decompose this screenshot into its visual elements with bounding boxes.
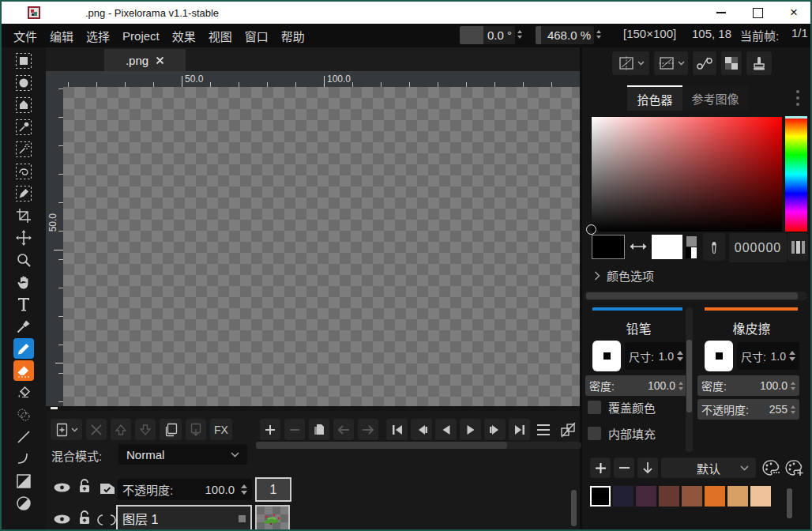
- palette-swatch[interactable]: [750, 486, 771, 507]
- color-picker-tool[interactable]: [13, 316, 35, 337]
- rectangle-tool[interactable]: [13, 471, 35, 491]
- stamp-button[interactable]: [746, 51, 772, 75]
- layer-opacity-spin[interactable]: [241, 484, 247, 495]
- ellipse-select-tool[interactable]: [13, 73, 35, 93]
- curve-tool[interactable]: [13, 449, 35, 469]
- menu-effects[interactable]: 效果: [166, 28, 202, 44]
- add-swatch-button[interactable]: [590, 458, 611, 478]
- layer-lock-icon[interactable]: [77, 477, 92, 496]
- zoom-spinbox[interactable]: 468.0 %: [536, 26, 594, 44]
- layer-fx-button[interactable]: FX: [210, 419, 232, 440]
- edit-palette-button[interactable]: [760, 458, 782, 478]
- hue-slider-thumb[interactable]: [785, 116, 807, 119]
- menu-help[interactable]: 帮助: [275, 28, 311, 44]
- hex-color-input[interactable]: [729, 233, 787, 262]
- clone-frame-button[interactable]: [309, 419, 329, 440]
- timeline-v-scrollbar[interactable]: [571, 490, 577, 526]
- layer-clipping-icon[interactable]: [98, 479, 117, 496]
- saturation-value-box[interactable]: [592, 117, 782, 232]
- right-panel-h-scrollbar[interactable]: [584, 292, 807, 300]
- menu-window[interactable]: 窗口: [239, 28, 275, 44]
- color-mode-button[interactable]: [788, 233, 808, 261]
- layer1-lock-icon[interactable]: [77, 509, 92, 528]
- previous-frame-button[interactable]: [411, 419, 432, 440]
- palette-swatch[interactable]: [682, 486, 702, 507]
- select-by-color-tool[interactable]: [13, 117, 35, 137]
- overwrite-color-checkbox[interactable]: 覆盖颜色: [588, 399, 656, 416]
- layer-visibility-icon[interactable]: [52, 480, 72, 495]
- eraser-size-spinbox[interactable]: 尺寸: 1.0: [737, 342, 799, 370]
- color-options-expander[interactable]: 颜色选项: [594, 267, 654, 284]
- pixel-perfect-button[interactable]: [693, 51, 716, 75]
- text-tool[interactable]: [13, 294, 35, 314]
- move-layer-up-button[interactable]: [111, 419, 131, 440]
- polygon-select-tool[interactable]: [13, 95, 35, 115]
- hue-slider[interactable]: [785, 117, 807, 232]
- sort-palette-button[interactable]: [637, 458, 658, 478]
- layer1-visibility-icon[interactable]: [52, 512, 72, 526]
- layer-opacity-slider[interactable]: 不透明度: 100.0: [118, 479, 252, 500]
- zoom-spin-arrows[interactable]: [596, 30, 601, 39]
- palette-select-dropdown[interactable]: 默认: [661, 458, 756, 478]
- pencil-size-spinbox[interactable]: 尺寸: 1.0: [625, 342, 687, 370]
- timeline-h-scrollbar[interactable]: [256, 442, 581, 449]
- minimize-button[interactable]: [709, 2, 733, 24]
- canvas-h-scrollbar[interactable]: [51, 407, 58, 409]
- eraser-opacity-slider[interactable]: 不透明度: 255: [697, 399, 799, 420]
- menu-select[interactable]: 选择: [80, 28, 116, 44]
- right-color-swatch[interactable]: [652, 235, 682, 259]
- palette-v-scrollbar[interactable]: [787, 488, 792, 518]
- palette-swatch[interactable]: [705, 486, 725, 507]
- new-palette-button[interactable]: [784, 458, 806, 478]
- tab-close-icon[interactable]: [156, 56, 164, 65]
- fill-inside-checkbox[interactable]: 内部填充: [588, 425, 656, 442]
- drawing-canvas[interactable]: [63, 87, 580, 406]
- paint-select-tool[interactable]: [13, 183, 35, 204]
- sv-cursor[interactable]: [586, 224, 596, 235]
- alpha-lock-button[interactable]: [721, 51, 742, 75]
- onion-skinning-icon[interactable]: [559, 421, 577, 439]
- cel-thumbnail[interactable]: [255, 505, 290, 531]
- palette-swatch[interactable]: [727, 486, 748, 507]
- menu-file[interactable]: 文件: [7, 28, 43, 44]
- lasso-tool[interactable]: [13, 161, 35, 182]
- remove-layer-button[interactable]: [86, 419, 107, 440]
- ellipse-tool[interactable]: [13, 493, 35, 514]
- rotation-spinbox[interactable]: 0.0 °: [460, 26, 515, 44]
- eraser-density-slider[interactable]: 密度: 100.0: [697, 375, 799, 396]
- menu-view[interactable]: 视图: [202, 28, 239, 44]
- vertical-mirror-button[interactable]: [654, 51, 688, 75]
- palette-swatch[interactable]: [636, 486, 656, 507]
- close-button[interactable]: ×: [782, 2, 806, 24]
- palette-swatch[interactable]: [613, 486, 633, 507]
- add-layer-button[interactable]: [51, 419, 82, 440]
- eyedropper-button[interactable]: [703, 233, 725, 261]
- canvas-tab[interactable]: .png: [104, 49, 186, 71]
- horizontal-ruler[interactable]: 50.0 100.0: [46, 71, 580, 87]
- move-layer-down-button[interactable]: [135, 419, 156, 440]
- move-tool[interactable]: [13, 228, 35, 248]
- magic-wand-tool[interactable]: [13, 139, 35, 160]
- play-backwards-button[interactable]: [435, 419, 457, 440]
- pan-tool[interactable]: [13, 272, 35, 292]
- line-tool[interactable]: [13, 427, 35, 447]
- layer1-link-icon[interactable]: [96, 514, 117, 526]
- frame-1-button[interactable]: 1: [255, 477, 291, 502]
- remove-frame-button[interactable]: [284, 419, 305, 440]
- move-frame-left-button[interactable]: [333, 419, 354, 440]
- rotation-spin-arrows[interactable]: [517, 30, 522, 39]
- pencil-density-slider[interactable]: 密度: 100.0: [585, 375, 687, 396]
- last-frame-button[interactable]: [509, 419, 530, 440]
- layer-name-field[interactable]: 图层 1: [116, 505, 252, 531]
- rectangle-select-tool[interactable]: [13, 51, 35, 71]
- pencil-brush-button[interactable]: [592, 341, 621, 371]
- swap-colors-icon[interactable]: [628, 241, 648, 252]
- zoom-tool[interactable]: [13, 250, 35, 270]
- tool-options-v-scrollbar[interactable]: [686, 307, 693, 452]
- palette-swatch[interactable]: [659, 486, 679, 507]
- add-frame-button[interactable]: [260, 419, 280, 440]
- first-frame-button[interactable]: [386, 419, 408, 440]
- clone-layer-button[interactable]: [160, 419, 182, 440]
- vertical-ruler[interactable]: 50.0: [46, 87, 63, 406]
- move-frame-right-button[interactable]: [358, 419, 378, 440]
